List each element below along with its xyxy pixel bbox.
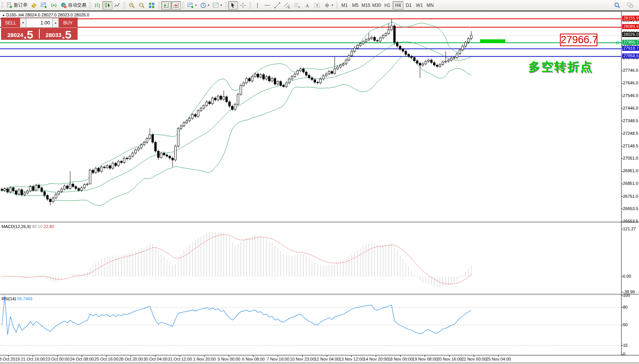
rsi-axis-tick: 0 <box>623 352 625 356</box>
toolbar-hline-button[interactable] <box>262 1 272 10</box>
timeframe-m1-button[interactable]: M1 <box>339 1 350 10</box>
timeframe-d1-button[interactable]: D1 <box>403 1 414 10</box>
price-callout-object[interactable]: 27966.7 <box>560 34 597 46</box>
price-line-label: 28089.9 <box>622 24 639 29</box>
toolbar-bars-button[interactable] <box>92 1 102 10</box>
svg-text:E: E <box>288 6 290 9</box>
toolbar-tiles-button[interactable] <box>147 1 157 10</box>
cursor-icon <box>230 2 236 9</box>
toolbar-button-label: D1 <box>406 3 411 8</box>
current-price-label: 28026.0 <box>622 32 639 37</box>
shapes-icon <box>324 2 330 9</box>
text-a-icon: A <box>304 2 311 9</box>
shift-icon <box>173 2 180 9</box>
macd-signal-line <box>2 235 471 284</box>
one-click-trading-panel: SELL ▼ ▲ BUY 28024.5 28033.5 <box>1 18 78 40</box>
buy-price[interactable]: 28033.5 <box>40 28 77 40</box>
price-axis-tick: 27248.5 <box>623 131 638 136</box>
svg-text:T: T <box>316 3 319 7</box>
trade-prices-row: 28024.5 28033.5 <box>2 28 77 40</box>
toolbar-button-label: 新订单 <box>14 2 28 8</box>
macd-axis-tick: 121.27 <box>623 226 636 231</box>
volume-increase-button[interactable]: ▲ <box>52 18 59 28</box>
timeframe-m5-button[interactable]: M5 <box>350 1 361 10</box>
toolbar-fibo-button[interactable]: F <box>292 1 302 10</box>
price-axis-tick: 27746.0 <box>623 68 638 73</box>
price-axis-tick: 26751.0 <box>623 194 638 199</box>
toolbar-trendline-button[interactable] <box>272 1 282 10</box>
toolbar-grip[interactable] <box>225 2 226 9</box>
toolbar-grip[interactable] <box>158 2 160 9</box>
toolbar-clock-button[interactable]: ▾ <box>198 1 211 10</box>
date-label: 6 Nov 08:00 <box>242 357 265 361</box>
toolbar-chart-add-button[interactable] <box>39 1 49 10</box>
toolbar-cursor-button[interactable] <box>228 1 238 10</box>
timeframe-m30-button[interactable]: M30 <box>371 1 382 10</box>
toolbar-template-button[interactable]: ▾ <box>211 1 223 10</box>
price-line-label: 28155.9 <box>622 16 639 21</box>
hline-icon <box>264 2 271 9</box>
buy-button[interactable]: BUY <box>59 18 77 28</box>
toolbar-autotrade-button[interactable]: 自动交易 <box>59 1 88 10</box>
autotrade-icon <box>60 2 67 9</box>
toolbar-chat-button[interactable] <box>625 1 635 10</box>
toolbar-vline-button[interactable] <box>252 1 262 10</box>
price-axis-tick: 26951.0 <box>623 168 638 173</box>
horizontal-line-objects[interactable] <box>0 19 621 56</box>
toolbar-new-chart-button[interactable]: ▾ <box>186 1 198 10</box>
timeframe-m15-button[interactable]: M15 <box>361 1 371 10</box>
price-axis-tick: 27148.5 <box>623 144 638 148</box>
date-label: 18 Oct 2019 <box>0 357 20 361</box>
timeframe-h4-button[interactable]: H4 <box>393 1 403 10</box>
toolbar-grip[interactable] <box>124 2 125 9</box>
toolbar-label-t-button[interactable]: T <box>312 1 322 10</box>
toolbar-candles-button[interactable] <box>102 1 112 10</box>
trendline-icon <box>274 2 281 9</box>
toolbar-button-label: W1 <box>416 3 423 8</box>
toolbar-zoom-out-button[interactable] <box>137 1 147 10</box>
buy-price-big: .5 <box>62 30 71 40</box>
sell-button[interactable]: SELL <box>2 18 20 28</box>
date-label: 23 Oct 00:00 <box>45 357 70 361</box>
rsi-level-lines <box>0 307 621 346</box>
toolbar-text-a-button[interactable]: A <box>302 1 312 10</box>
toolbar-grip[interactable] <box>336 2 338 9</box>
timeframe-mn-button[interactable]: MN <box>425 1 435 10</box>
toolbar-button-label: MN <box>427 3 434 8</box>
date-label: 7 Nov 16:00 <box>267 357 289 361</box>
toolbar-grip[interactable] <box>249 2 251 9</box>
toolbar-channel-button[interactable]: E <box>282 1 292 10</box>
tiles-icon <box>148 2 155 9</box>
timeframe-w1-button[interactable]: W1 <box>414 1 425 10</box>
toolbar-search-button[interactable] <box>612 1 622 10</box>
svg-text:F: F <box>299 6 300 9</box>
toolbar-signal-button[interactable] <box>49 1 59 10</box>
toolbar-zoom-in-button[interactable] <box>127 1 137 10</box>
volume-input[interactable] <box>26 18 52 28</box>
chart-note-text[interactable]: 多空转折点 <box>528 59 593 75</box>
toolbar-grip[interactable] <box>89 2 91 9</box>
template-icon <box>212 2 219 9</box>
new-chart-icon <box>187 2 194 9</box>
sell-price[interactable]: 28024.5 <box>2 28 39 40</box>
toolbar-grip[interactable] <box>183 2 184 9</box>
toolbar-shapes-button[interactable]: ▾ <box>322 1 335 10</box>
svg-text:A: A <box>306 2 309 8</box>
toolbar-shift-button[interactable] <box>171 1 181 10</box>
chart-add-icon <box>40 2 47 9</box>
timeframe-h1-button[interactable]: H1 <box>382 1 393 10</box>
dropdown-arrow-icon: ▾ <box>220 3 222 7</box>
toolbar-crosshair-button[interactable] <box>238 1 248 10</box>
toolbar-autoscroll-button[interactable] <box>161 1 171 10</box>
volume-decrease-button[interactable]: ▼ <box>20 18 26 28</box>
toolbar-eraser-button[interactable] <box>29 1 39 10</box>
highlight-rectangle-object[interactable] <box>480 39 505 43</box>
rsi-axis-tick: 15 <box>623 343 628 348</box>
toolbar-linechart-button[interactable] <box>112 1 122 10</box>
dropdown-arrow-icon: ▾ <box>332 3 333 7</box>
toolbar-grip[interactable] <box>2 2 3 9</box>
price-line-label: 27858.6 <box>622 53 639 58</box>
toolbar-new-order-button[interactable]: 新订单 <box>5 1 29 10</box>
collapse-marker-icon: ▲ <box>2 13 5 17</box>
date-label: 5 Nov 00:00 <box>218 357 240 361</box>
